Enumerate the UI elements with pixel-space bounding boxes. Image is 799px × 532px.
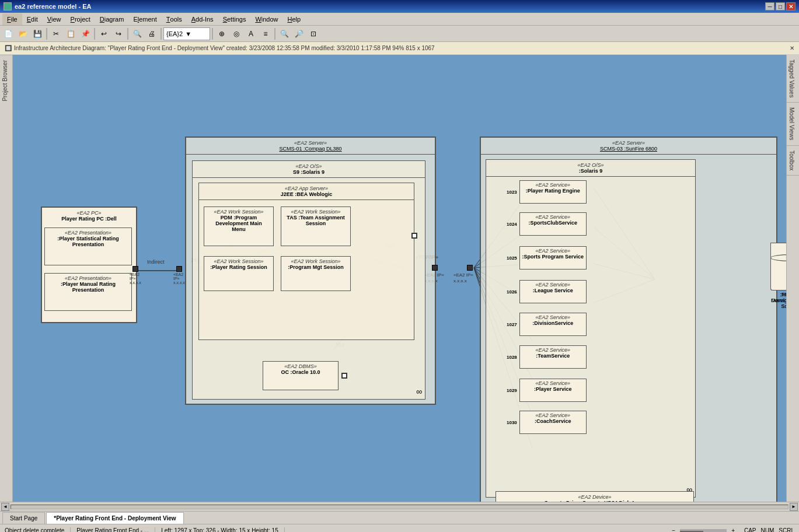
service-1029-id: 1029 <box>507 388 517 393</box>
tb-btn8[interactable]: A <box>244 27 258 41</box>
service-1025-box[interactable]: «EA2 Service» :Sports Program Service <box>519 246 587 270</box>
os-title: «EA2 O/S» S9 :Solaris 9 <box>193 161 425 178</box>
model-views-tab[interactable]: Model Views <box>787 103 799 146</box>
appserver-container: «EA2 App Server» J2EE :BEA Weblogic «EA2… <box>198 183 414 340</box>
appserver-title: «EA2 App Server» J2EE :BEA Weblogic <box>199 183 414 200</box>
tb-open[interactable]: 📂 <box>16 27 30 41</box>
tab-deployment-view[interactable]: *Player Rating Front End - Deployment Vi… <box>46 512 183 524</box>
tb-new[interactable]: 📄 <box>1 27 15 41</box>
player-pc-container: «EA2 PC» Player Rating PC :Dell «EA2 Pre… <box>41 206 137 323</box>
tab-start-page[interactable]: Start Page <box>2 512 45 524</box>
service-1029-box[interactable]: «EA2 Service» :Player Service <box>519 379 587 402</box>
tb-redo[interactable]: ↪ <box>111 27 125 41</box>
menu-file[interactable]: File <box>2 13 22 25</box>
manual-name: :Player Manual RatingPresentation <box>47 281 130 293</box>
menu-view[interactable]: View <box>43 13 66 25</box>
service-1024-box[interactable]: «EA2 Service» :SportsClubService <box>519 212 587 236</box>
tb-search[interactable]: 🔍 <box>130 27 144 41</box>
maximize-button[interactable]: □ <box>776 2 785 10</box>
os-scms03-title: «EA2 O/S» :Solaris 9 <box>486 160 695 177</box>
tb-sep3 <box>127 28 128 40</box>
tb-btn9[interactable]: ≡ <box>259 27 273 41</box>
window-title: ea2 reference model - EA <box>15 3 91 10</box>
manual-rating-box[interactable]: «EA2 Presentation» :Player Manual Rating… <box>44 273 132 311</box>
tb-cut[interactable]: ✂ <box>49 27 63 41</box>
tagged-values-tab[interactable]: Tagged Values <box>787 55 799 103</box>
status-diagram: Player Rating Front End - ... <box>76 527 155 532</box>
service-1025-id: 1025 <box>507 256 517 261</box>
zoom-increase-btn[interactable]: + <box>731 527 735 532</box>
status-message: Object delete complete <box>5 527 71 532</box>
caps-indicator: CAP <box>744 527 756 532</box>
cyl-top-2 <box>770 254 786 261</box>
service-1024-id: 1024 <box>507 222 517 227</box>
service-1028-box[interactable]: «EA2 Service» :TeamService <box>519 345 587 369</box>
toolbox-tab[interactable]: Toolbox <box>787 146 799 176</box>
prs-box[interactable]: «EA2 Work Session» :Player Rating Sessio… <box>204 256 274 291</box>
dbms-port <box>341 373 347 379</box>
service-1023-box[interactable]: «EA2 Service» :Player Rating Engine <box>519 180 587 204</box>
tb-zoom-fit[interactable]: ⊡ <box>306 27 320 41</box>
infobar-close[interactable]: ✕ <box>790 45 794 51</box>
tb-copy[interactable]: 📋 <box>64 27 78 41</box>
zoom-slider[interactable] <box>680 529 727 533</box>
menu-addins[interactable]: Add-Ins <box>187 13 218 25</box>
service-1027-box[interactable]: «EA2 Service» :DivisionService <box>519 313 587 336</box>
tb-context-dropdown[interactable]: {EA}2 ▼ <box>163 27 210 40</box>
scms03-name: SCMS-03 :SunFire 6800 <box>483 146 774 152</box>
pdm-box[interactable]: «EA2 Work Session» PDM :ProgramDevelopme… <box>204 206 274 246</box>
menu-diagram[interactable]: Diagram <box>95 13 129 25</box>
menu-tools[interactable]: Tools <box>162 13 187 25</box>
pms-box[interactable]: «EA2 Work Session» :Program Mgt Session <box>281 256 351 291</box>
horizontal-scrollbar[interactable]: ◄ ► <box>0 502 799 511</box>
scms01-name: SCMS-01 :Compaq DL380 <box>189 146 432 152</box>
scms03-container: «EA2 Server» SCMS-03 :SunFire 6800 «EA2 … <box>480 136 777 502</box>
tb-save[interactable]: 💾 <box>30 27 44 41</box>
scroll-left-btn[interactable]: ◄ <box>1 503 9 511</box>
stat-rating-box[interactable]: «EA2 Presentation» :Player Statistical R… <box>44 228 132 265</box>
menu-project[interactable]: Project <box>66 13 95 25</box>
scroll-track-h[interactable] <box>11 505 788 509</box>
port-ea2-ip-right <box>176 266 182 272</box>
close-button[interactable]: ✕ <box>786 2 795 10</box>
tb-undo[interactable]: ↩ <box>97 27 111 41</box>
scms03-title: «EA2 Server» SCMS-03 :SunFire 6800 <box>481 138 776 155</box>
minimize-button[interactable]: ─ <box>765 2 774 10</box>
service-1027-id: 1027 <box>507 322 517 327</box>
project-browser-tab[interactable]: Project Browser <box>0 55 12 106</box>
seagate-box[interactable]: «EA2 Device» Seagate Drive :Seagate HD34… <box>496 491 694 502</box>
toolbar: 📄 📂 💾 ✂ 📋 📌 ↩ ↪ 🔍 🖨 {EA}2 ▼ ⊕ ◎ A ≡ 🔍 🔎 … <box>0 26 799 42</box>
zoom-decrease-btn[interactable]: − <box>672 527 675 532</box>
dbms-oc-box[interactable]: «EA2 DBMS» OC :Oracle 10.0 <box>263 361 339 390</box>
menu-edit[interactable]: Edit <box>22 13 43 25</box>
service-1030-box[interactable]: «EA2 Service» :CoachService <box>519 411 587 434</box>
tb-paste[interactable]: 📌 <box>78 27 92 41</box>
svg-text:x.x.x.x: x.x.x.x <box>453 278 467 284</box>
ea2-ip-label-1: «EA2IP»x.x.x.x <box>130 272 141 285</box>
menu-settings[interactable]: Settings <box>218 13 251 25</box>
tb-zoom-out[interactable]: 🔎 <box>292 27 306 41</box>
right-panel: Tagged Values Model Views Toolbox <box>786 55 799 502</box>
tas-box[interactable]: «EA2 Work Session» TAS :Team AssignmentS… <box>281 206 351 246</box>
left-panel: Project Browser <box>0 55 13 502</box>
svg-text:«EA2 IP»: «EA2 IP» <box>453 272 473 278</box>
tb-btn6[interactable]: ⊕ <box>215 27 229 41</box>
menu-help[interactable]: Help <box>283 13 306 25</box>
service-1028-id: 1028 <box>507 355 517 360</box>
service-1026-box[interactable]: «EA2 Service» :League Service <box>519 280 587 303</box>
menu-element[interactable]: Element <box>128 13 161 25</box>
tb-sep1 <box>46 28 47 40</box>
num-indicator: NUM <box>761 527 774 532</box>
diagram-canvas[interactable]: Indirect 243 324 512 «TCP/IP» <box>13 55 786 502</box>
service-1026-id: 1026 <box>507 289 517 295</box>
os-s9-container: «EA2 O/S» S9 :Solaris 9 «EA2 App Server»… <box>192 160 425 400</box>
tb-print[interactable]: 🖨 <box>145 27 159 41</box>
tabbar: Start Page *Player Rating Front End - De… <box>0 511 799 524</box>
menu-window[interactable]: Window <box>250 13 282 25</box>
tb-btn7[interactable]: ◎ <box>229 27 243 41</box>
tb-zoom-in[interactable]: 🔍 <box>277 27 291 41</box>
scroll-right-btn[interactable]: ► <box>790 503 798 511</box>
titlebar: ea2 reference model - EA ─ □ ✕ <box>0 0 799 13</box>
status-right: − + CAP NUM SCRL <box>672 527 794 532</box>
infobar: 🔲 Infrastructure Architecture Diagram: "… <box>0 42 799 55</box>
